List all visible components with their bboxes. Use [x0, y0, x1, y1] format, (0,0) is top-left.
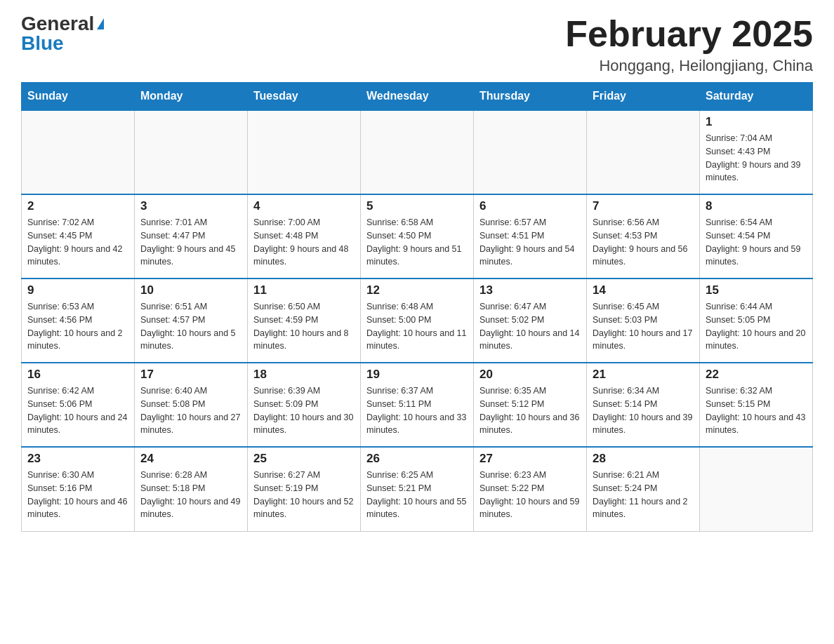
calendar-cell [135, 110, 248, 194]
title-block: February 2025 Honggang, Heilongjiang, Ch… [565, 14, 813, 75]
column-header-saturday: Saturday [700, 83, 813, 111]
day-number: 12 [366, 283, 468, 297]
logo-triangle-icon [97, 18, 104, 29]
calendar-cell: 23Sunrise: 6:30 AM Sunset: 5:16 PM Dayli… [22, 447, 135, 531]
day-info: Sunrise: 7:02 AM Sunset: 4:45 PM Dayligh… [27, 216, 128, 269]
day-info: Sunrise: 6:35 AM Sunset: 5:12 PM Dayligh… [479, 384, 581, 437]
column-header-sunday: Sunday [22, 83, 135, 111]
calendar-cell: 5Sunrise: 6:58 AM Sunset: 4:50 PM Daylig… [361, 194, 474, 279]
day-info: Sunrise: 7:01 AM Sunset: 4:47 PM Dayligh… [140, 216, 241, 269]
day-number: 21 [593, 368, 694, 382]
day-number: 9 [27, 283, 128, 297]
calendar-cell: 22Sunrise: 6:32 AM Sunset: 5:15 PM Dayli… [700, 363, 813, 447]
day-info: Sunrise: 7:00 AM Sunset: 4:48 PM Dayligh… [253, 216, 355, 269]
calendar-cell: 24Sunrise: 6:28 AM Sunset: 5:18 PM Dayli… [135, 447, 248, 531]
calendar-cell [474, 110, 587, 194]
column-header-thursday: Thursday [474, 83, 587, 111]
day-info: Sunrise: 6:25 AM Sunset: 5:21 PM Dayligh… [366, 469, 468, 521]
day-number: 20 [479, 368, 581, 382]
day-info: Sunrise: 6:40 AM Sunset: 5:08 PM Dayligh… [140, 384, 241, 437]
calendar-cell: 6Sunrise: 6:57 AM Sunset: 4:51 PM Daylig… [474, 194, 587, 279]
day-number: 23 [27, 452, 128, 466]
day-info: Sunrise: 6:30 AM Sunset: 5:16 PM Dayligh… [27, 469, 128, 521]
calendar-cell: 11Sunrise: 6:50 AM Sunset: 4:59 PM Dayli… [248, 279, 361, 363]
calendar-cell [700, 447, 813, 531]
day-number: 1 [706, 115, 807, 129]
day-info: Sunrise: 6:28 AM Sunset: 5:18 PM Dayligh… [140, 469, 241, 521]
calendar-cell [361, 110, 474, 194]
calendar-cell: 13Sunrise: 6:47 AM Sunset: 5:02 PM Dayli… [474, 279, 587, 363]
calendar-cell: 28Sunrise: 6:21 AM Sunset: 5:24 PM Dayli… [587, 447, 700, 531]
day-number: 14 [593, 283, 694, 297]
logo-blue-text: Blue [21, 32, 64, 54]
day-number: 4 [253, 199, 355, 213]
day-number: 7 [593, 199, 694, 213]
day-info: Sunrise: 6:45 AM Sunset: 5:03 PM Dayligh… [593, 300, 694, 353]
day-number: 18 [253, 368, 355, 382]
column-header-monday: Monday [135, 83, 248, 111]
calendar-cell [587, 110, 700, 194]
calendar-header-row: SundayMondayTuesdayWednesdayThursdayFrid… [22, 83, 813, 111]
calendar-cell: 4Sunrise: 7:00 AM Sunset: 4:48 PM Daylig… [248, 194, 361, 279]
day-number: 17 [140, 368, 241, 382]
calendar-cell: 14Sunrise: 6:45 AM Sunset: 5:03 PM Dayli… [587, 279, 700, 363]
column-header-tuesday: Tuesday [248, 83, 361, 111]
calendar-cell: 25Sunrise: 6:27 AM Sunset: 5:19 PM Dayli… [248, 447, 361, 531]
calendar-cell: 7Sunrise: 6:56 AM Sunset: 4:53 PM Daylig… [587, 194, 700, 279]
day-info: Sunrise: 6:44 AM Sunset: 5:05 PM Dayligh… [706, 300, 807, 353]
day-number: 16 [27, 368, 128, 382]
day-number: 6 [479, 199, 581, 213]
calendar-table: SundayMondayTuesdayWednesdayThursdayFrid… [21, 82, 813, 532]
day-number: 3 [140, 199, 241, 213]
day-info: Sunrise: 6:54 AM Sunset: 4:54 PM Dayligh… [706, 216, 807, 269]
day-info: Sunrise: 6:37 AM Sunset: 5:11 PM Dayligh… [366, 384, 468, 437]
location-text: Honggang, Heilongjiang, China [565, 57, 813, 75]
calendar-cell: 8Sunrise: 6:54 AM Sunset: 4:54 PM Daylig… [700, 194, 813, 279]
calendar-cell: 19Sunrise: 6:37 AM Sunset: 5:11 PM Dayli… [361, 363, 474, 447]
day-number: 2 [27, 199, 128, 213]
day-info: Sunrise: 6:42 AM Sunset: 5:06 PM Dayligh… [27, 384, 128, 437]
week-row-5: 23Sunrise: 6:30 AM Sunset: 5:16 PM Dayli… [22, 447, 813, 531]
calendar-cell: 9Sunrise: 6:53 AM Sunset: 4:56 PM Daylig… [22, 279, 135, 363]
day-info: Sunrise: 6:23 AM Sunset: 5:22 PM Dayligh… [479, 469, 581, 521]
day-info: Sunrise: 7:04 AM Sunset: 4:43 PM Dayligh… [706, 132, 807, 185]
calendar-cell: 18Sunrise: 6:39 AM Sunset: 5:09 PM Dayli… [248, 363, 361, 447]
day-number: 15 [706, 283, 807, 297]
week-row-1: 1Sunrise: 7:04 AM Sunset: 4:43 PM Daylig… [22, 110, 813, 194]
day-number: 13 [479, 283, 581, 297]
column-header-wednesday: Wednesday [361, 83, 474, 111]
calendar-cell: 10Sunrise: 6:51 AM Sunset: 4:57 PM Dayli… [135, 279, 248, 363]
calendar-cell [248, 110, 361, 194]
day-info: Sunrise: 6:53 AM Sunset: 4:56 PM Dayligh… [27, 300, 128, 353]
day-number: 28 [593, 452, 694, 466]
calendar-cell: 17Sunrise: 6:40 AM Sunset: 5:08 PM Dayli… [135, 363, 248, 447]
column-header-friday: Friday [587, 83, 700, 111]
day-number: 26 [366, 452, 468, 466]
day-number: 8 [706, 199, 807, 213]
day-number: 10 [140, 283, 241, 297]
day-number: 22 [706, 368, 807, 382]
day-info: Sunrise: 6:48 AM Sunset: 5:00 PM Dayligh… [366, 300, 468, 353]
day-info: Sunrise: 6:39 AM Sunset: 5:09 PM Dayligh… [253, 384, 355, 437]
calendar-cell: 21Sunrise: 6:34 AM Sunset: 5:14 PM Dayli… [587, 363, 700, 447]
day-info: Sunrise: 6:58 AM Sunset: 4:50 PM Dayligh… [366, 216, 468, 269]
day-info: Sunrise: 6:57 AM Sunset: 4:51 PM Dayligh… [479, 216, 581, 269]
page-header: General Blue February 2025 Honggang, Hei… [21, 14, 813, 75]
day-info: Sunrise: 6:51 AM Sunset: 4:57 PM Dayligh… [140, 300, 241, 353]
week-row-3: 9Sunrise: 6:53 AM Sunset: 4:56 PM Daylig… [22, 279, 813, 363]
month-title: February 2025 [565, 14, 813, 54]
week-row-4: 16Sunrise: 6:42 AM Sunset: 5:06 PM Dayli… [22, 363, 813, 447]
calendar-cell: 3Sunrise: 7:01 AM Sunset: 4:47 PM Daylig… [135, 194, 248, 279]
calendar-cell: 20Sunrise: 6:35 AM Sunset: 5:12 PM Dayli… [474, 363, 587, 447]
day-number: 5 [366, 199, 468, 213]
day-number: 19 [366, 368, 468, 382]
logo-general-text: General [21, 14, 94, 34]
calendar-cell: 12Sunrise: 6:48 AM Sunset: 5:00 PM Dayli… [361, 279, 474, 363]
day-info: Sunrise: 6:50 AM Sunset: 4:59 PM Dayligh… [253, 300, 355, 353]
week-row-2: 2Sunrise: 7:02 AM Sunset: 4:45 PM Daylig… [22, 194, 813, 279]
day-number: 25 [253, 452, 355, 466]
calendar-cell: 16Sunrise: 6:42 AM Sunset: 5:06 PM Dayli… [22, 363, 135, 447]
day-info: Sunrise: 6:34 AM Sunset: 5:14 PM Dayligh… [593, 384, 694, 437]
calendar-cell: 2Sunrise: 7:02 AM Sunset: 4:45 PM Daylig… [22, 194, 135, 279]
day-number: 27 [479, 452, 581, 466]
